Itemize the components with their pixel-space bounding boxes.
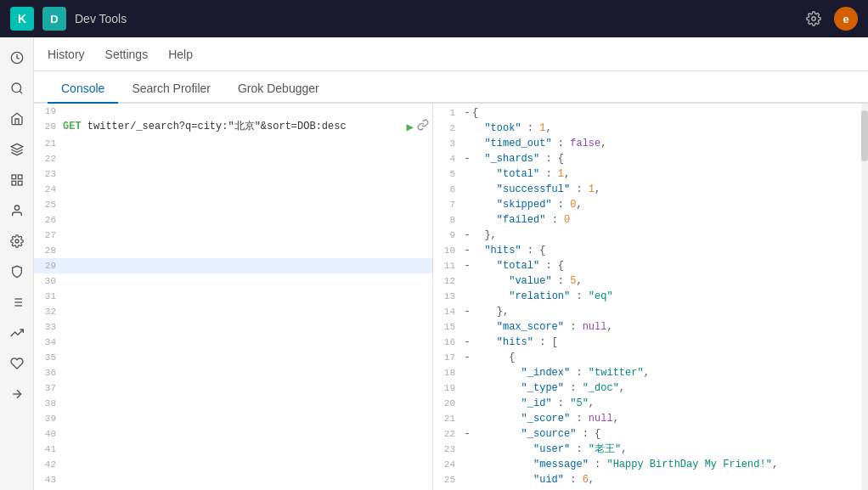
right-scrollbar-thumb[interactable] <box>861 110 868 161</box>
json-line-17: 17 - { <box>433 350 868 365</box>
right-scrollbar-track[interactable] <box>861 104 868 490</box>
json-line-24: 24 - "message" : "Happy BirthDay My Frie… <box>433 457 868 472</box>
code-line-21: 21 <box>34 136 432 151</box>
tab-grok-debugger[interactable]: Grok Debugger <box>224 75 333 104</box>
sidebar-icon-home[interactable] <box>3 105 31 132</box>
settings-icon-btn[interactable] <box>802 7 826 31</box>
json-line-18: 18 - "_index" : "twitter", <box>433 365 868 380</box>
code-line-19: 19 <box>34 104 432 119</box>
editor-right-pane: 1 - { 2 - "took" : 1, 3 - "timed_o <box>433 104 868 490</box>
nav-help[interactable]: Help <box>168 44 193 65</box>
code-line-38: 38 <box>34 396 432 411</box>
json-line-2: 2 - "took" : 1, <box>433 121 868 136</box>
json-line-4: 4 - "_shards" : { <box>433 151 868 166</box>
sidebar-icon-list[interactable] <box>3 289 31 316</box>
collapse-toggle-10[interactable]: - <box>462 243 472 258</box>
json-line-13: 13 - "relation" : "eq" <box>433 289 868 304</box>
code-line-25: 25 <box>34 197 432 212</box>
json-line-19: 19 - "_type" : "_doc", <box>433 380 868 396</box>
collapse-toggle-16[interactable]: - <box>462 335 472 350</box>
app-icon: D <box>42 7 66 31</box>
run-button[interactable]: ▶ <box>407 120 414 135</box>
editor-area: 19 20 GET twitter/_search?q=city:"北京"&so… <box>34 104 868 490</box>
code-line-27: 27 <box>34 228 432 243</box>
sidebar-icon-chart[interactable] <box>3 166 31 194</box>
sidebar-icon-user[interactable] <box>3 197 31 224</box>
svg-rect-7 <box>18 181 22 185</box>
user-avatar[interactable]: e <box>834 7 858 31</box>
sidebar-icon-search[interactable] <box>3 75 31 102</box>
json-line-16: 16 - "hits" : [ <box>433 335 868 350</box>
logo-letter: K <box>18 12 26 25</box>
sidebar-icon-shield[interactable] <box>3 258 31 285</box>
collapse-toggle-1[interactable]: - <box>462 105 472 121</box>
nav-settings[interactable]: Settings <box>105 44 149 65</box>
left-code-editor[interactable]: 19 20 GET twitter/_search?q=city:"北京"&so… <box>34 104 432 490</box>
svg-point-0 <box>812 17 816 21</box>
top-bar: K D Dev Tools e <box>0 0 868 37</box>
json-line-11: 11 - "total" : { <box>433 258 868 273</box>
json-line-9: 9 - }, <box>433 228 868 243</box>
json-line-22: 22 - "_source" : { <box>433 426 868 442</box>
code-line-35: 35 <box>34 350 432 365</box>
top-bar-right: e <box>802 7 858 31</box>
collapse-toggle-17[interactable]: - <box>462 350 472 365</box>
tab-console[interactable]: Console <box>48 75 118 104</box>
code-line-37: 37 <box>34 380 432 396</box>
sidebar-icon-clock[interactable] <box>3 44 31 71</box>
svg-marker-4 <box>11 144 22 149</box>
tabs-bar: Console Search Profiler Grok Debugger <box>34 71 868 104</box>
right-code-editor[interactable]: 1 - { 2 - "took" : 1, 3 - "timed_o <box>433 104 868 490</box>
collapse-toggle-11[interactable]: - <box>462 258 472 273</box>
json-line-23: 23 - "user" : "老王", <box>433 442 868 457</box>
code-line-42: 42 <box>34 457 432 472</box>
sidebar-icon-layers[interactable] <box>3 136 31 163</box>
json-line-12: 12 - "value" : 5, <box>433 273 868 289</box>
code-line-31: 31 <box>34 289 432 304</box>
nav-history[interactable]: History <box>48 44 85 65</box>
code-line-33: 33 <box>34 319 432 335</box>
json-line-21: 21 - "_score" : null, <box>433 411 868 426</box>
code-line-26: 26 <box>34 212 432 228</box>
collapse-toggle-14[interactable]: - <box>462 304 472 319</box>
code-line-22: 22 <box>34 151 432 166</box>
collapse-toggle-4[interactable]: - <box>462 151 472 166</box>
content-area: History Settings Help Console Search Pro… <box>34 37 868 490</box>
code-line-23: 23 <box>34 166 432 182</box>
sidebar-icon-arrow[interactable] <box>3 380 31 408</box>
nav-bar: History Settings Help <box>34 37 868 71</box>
sidebar-icon-puzzle[interactable] <box>3 228 31 255</box>
json-line-10: 10 - "hits" : { <box>433 243 868 258</box>
code-line-43: 43 <box>34 472 432 487</box>
collapse-toggle-9[interactable]: - <box>462 228 472 243</box>
editor-left-pane: 19 20 GET twitter/_search?q=city:"北京"&so… <box>34 104 433 490</box>
link-icon[interactable] <box>417 119 429 136</box>
json-line-6: 6 - "successful" : 1, <box>433 182 868 197</box>
code-line-41: 41 <box>34 442 432 457</box>
main-layout: History Settings Help Console Search Pro… <box>0 37 868 490</box>
sidebar <box>0 37 34 490</box>
code-line-29: 29 <box>34 258 432 273</box>
svg-rect-8 <box>12 181 16 185</box>
kibana-logo: K <box>10 7 34 31</box>
tab-search-profiler[interactable]: Search Profiler <box>118 75 224 104</box>
json-line-25: 25 - "uid" : 6, <box>433 472 868 487</box>
code-line-28: 28 <box>34 243 432 258</box>
code-line-32: 32 <box>34 304 432 319</box>
svg-rect-5 <box>12 175 16 179</box>
svg-rect-6 <box>18 175 22 179</box>
json-line-8: 8 - "failed" : 0 <box>433 212 868 228</box>
code-line-20: 20 GET twitter/_search?q=city:"北京"&sort=… <box>34 119 432 136</box>
code-line-39: 39 <box>34 411 432 426</box>
json-line-7: 7 - "skipped" : 0, <box>433 197 868 212</box>
json-line-14: 14 - }, <box>433 304 868 319</box>
json-line-1: 1 - { <box>433 105 868 121</box>
json-line-20: 20 - "_id" : "5", <box>433 396 868 411</box>
app-icon-letter: D <box>50 13 58 25</box>
collapse-toggle-22[interactable]: - <box>462 426 472 442</box>
sidebar-icon-heart[interactable] <box>3 350 31 377</box>
code-line-36: 36 <box>34 365 432 380</box>
svg-point-2 <box>12 83 21 93</box>
sidebar-icon-trending[interactable] <box>3 319 31 346</box>
code-line-24: 24 <box>34 182 432 197</box>
